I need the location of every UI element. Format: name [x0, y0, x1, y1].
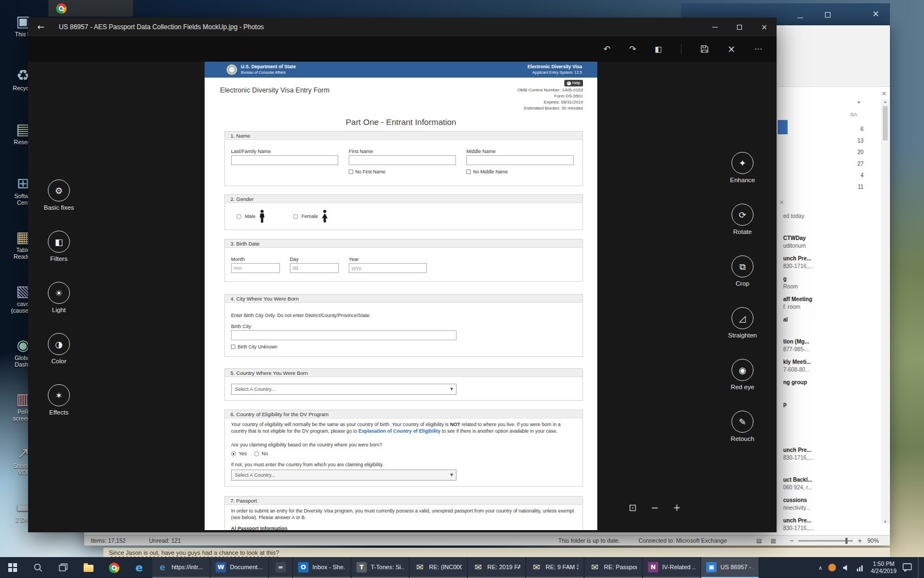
edit-tool-crop[interactable]: ⧉ Crop: [710, 255, 776, 307]
calendar-day[interactable]: 4: [837, 170, 864, 181]
calendar-entry[interactable]: 7-608-80...: [783, 366, 876, 374]
calendar-entry[interactable]: uct Backl...: [783, 476, 876, 484]
calendar-entry[interactable]: 830-1716,,...: [783, 454, 876, 462]
day-input[interactable]: [290, 263, 339, 273]
zoom-percent[interactable]: 90%: [867, 536, 879, 546]
calendar-entry[interactable]: 877-985-...: [783, 346, 876, 353]
scrollbar-thumb[interactable]: [883, 106, 888, 140]
taskbar-item-mail-inc[interactable]: ✉ RE: (INC000...: [410, 557, 467, 578]
eligibility-yes-radio[interactable]: [231, 451, 236, 456]
calendar-entry[interactable]: CTWDay: [783, 235, 876, 242]
more-options-icon[interactable]: ⋯: [754, 44, 762, 54]
taskbar-item-browser-intranet[interactable]: e https://intr...: [152, 557, 210, 578]
taskbar-item-mail-passport[interactable]: ✉ RE: Passpor...: [585, 557, 642, 578]
calendar-entry[interactable]: cussions: [783, 497, 876, 504]
task-view-button[interactable]: [51, 557, 76, 578]
cancel-icon[interactable]: ×: [728, 43, 735, 54]
edit-tool-red-eye[interactable]: ◉ Red eye: [710, 359, 776, 411]
chrome-icon[interactable]: [56, 3, 67, 14]
taskbar-item-mail-9-fam[interactable]: ✉ RE: 9 FAM 3...: [526, 557, 584, 578]
search-button[interactable]: [25, 557, 51, 578]
start-button[interactable]: [0, 557, 25, 578]
month-input[interactable]: [231, 263, 280, 273]
calendar-day[interactable]: 11: [837, 181, 864, 193]
explanation-of-eligibility-link[interactable]: Explanation of Country of Eligibility: [359, 428, 441, 434]
maximize-button[interactable]: [727, 18, 752, 36]
action-center-icon[interactable]: [903, 563, 912, 572]
hidden-icons-chevron[interactable]: ∧: [818, 565, 822, 571]
edit-tool-basic-fixes[interactable]: ⚙ Basic fixes: [26, 179, 92, 231]
save-icon[interactable]: [700, 45, 709, 53]
help-button[interactable]: ? Help: [564, 80, 583, 86]
edge-button[interactable]: e: [127, 557, 152, 578]
notification-icon[interactable]: [828, 564, 836, 571]
year-input[interactable]: [349, 263, 427, 273]
close-button[interactable]: ×: [752, 18, 777, 36]
calendar-entry[interactable]: ng group: [783, 379, 876, 386]
dismiss-icon[interactable]: ✕: [779, 199, 784, 205]
gender-female-option[interactable]: Female: [293, 209, 328, 224]
gender-male-option[interactable]: Male: [237, 209, 265, 224]
zoom-out-icon[interactable]: −: [651, 502, 658, 513]
show-desktop-button[interactable]: [918, 557, 921, 578]
zoom-slider-thumb[interactable]: [845, 538, 848, 544]
edit-tool-effects[interactable]: ✶ Effects: [26, 384, 92, 435]
minimize-icon[interactable]: [798, 10, 803, 18]
calendar-entry[interactable]: p: [783, 401, 876, 408]
eligibility-country-select[interactable]: Select A Country... ▼: [231, 470, 457, 481]
fit-to-screen-icon[interactable]: ⊡: [629, 502, 636, 513]
zoom-in-icon[interactable]: +: [673, 502, 681, 513]
birth-country-select[interactable]: Select A Country... ▼: [231, 384, 457, 395]
calendar-day[interactable]: 6: [837, 123, 864, 135]
calendar-entry[interactable]: unch Pre...: [783, 255, 876, 263]
birth-city-unknown-checkbox[interactable]: Birth City Unknown: [231, 344, 277, 350]
taskbar-item-outlook-inbox[interactable]: O Inbox - She...: [293, 557, 350, 578]
calendar-entry[interactable]: aff Meeting: [783, 296, 876, 303]
edit-tool-retouch[interactable]: ✎ Retouch: [710, 411, 776, 462]
close-pane-icon[interactable]: ✕: [882, 90, 887, 97]
calendar-day[interactable]: 20: [837, 146, 864, 158]
edit-tool-straighten[interactable]: ◿ Straighten: [710, 307, 776, 359]
calendar-day[interactable]: 13: [837, 135, 864, 146]
taskbar-item-mail-2019-fa[interactable]: ✉ RE: 2019 FA...: [468, 557, 525, 578]
calendar-entry[interactable]: Room: [783, 283, 876, 291]
back-button[interactable]: ←: [28, 22, 53, 32]
minimize-button[interactable]: [702, 18, 727, 36]
close-icon[interactable]: ×: [872, 9, 879, 19]
female-radio[interactable]: [293, 214, 298, 219]
calendar-entry[interactable]: kly Meeti...: [783, 358, 876, 366]
outlook-scrollbar[interactable]: ▴ ▾: [881, 99, 889, 524]
zoom-slider[interactable]: [798, 540, 853, 542]
middle-name-input[interactable]: [466, 155, 574, 165]
calendar-next-icon[interactable]: ▸: [858, 99, 861, 105]
first-name-input[interactable]: [349, 155, 456, 165]
birth-city-input[interactable]: [231, 330, 457, 340]
no-first-name-checkbox[interactable]: No First Name: [349, 169, 386, 175]
calendar-entry[interactable]: nnectivity...: [783, 504, 876, 512]
file-explorer-button[interactable]: [76, 557, 101, 578]
calendar-selected-day[interactable]: [778, 120, 788, 134]
taskbar-clock[interactable]: 1:50 PM 4/24/2019: [871, 560, 897, 575]
zoom-out-icon[interactable]: −: [789, 536, 794, 546]
edit-tool-rotate[interactable]: ⟳ Rotate: [710, 204, 776, 255]
edit-tool-light[interactable]: ☀ Light: [26, 282, 92, 333]
no-middle-name-checkbox[interactable]: No Middle Name: [466, 169, 508, 175]
calendar-entry[interactable]: 830-1716,,...: [783, 525, 876, 532]
taskbar-item-calculator[interactable]: =: [269, 557, 292, 578]
taskbar-item-t-tones[interactable]: T T-Tones: Si...: [351, 557, 409, 578]
redo-icon[interactable]: ↷: [629, 44, 636, 54]
scroll-down-icon[interactable]: ▾: [884, 519, 886, 524]
volume-icon[interactable]: [842, 564, 850, 572]
taskbar-item-onenote-iv[interactable]: N IV-Related ...: [643, 557, 700, 578]
compare-icon[interactable]: ◧: [655, 45, 662, 53]
maximize-icon[interactable]: [825, 12, 831, 18]
calendar-entry[interactable]: g: [783, 275, 876, 283]
last-name-input[interactable]: [231, 155, 338, 165]
edit-tool-enhance[interactable]: ✦ Enhance: [710, 152, 776, 204]
taskbar-item-word-document[interactable]: W Document...: [211, 557, 268, 578]
zoom-in-icon[interactable]: +: [857, 536, 862, 546]
calendar-entry[interactable]: tion (Mg...: [783, 338, 876, 346]
calendar-entry[interactable]: 060 924, r...: [783, 484, 876, 492]
chrome-button[interactable]: [101, 557, 127, 578]
calendar-entry[interactable]: uditorium: [783, 242, 876, 250]
